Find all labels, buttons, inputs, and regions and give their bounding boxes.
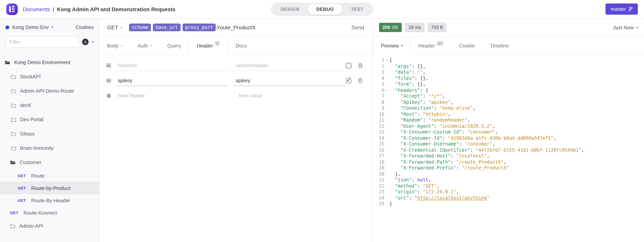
method-dropdown[interactable]: GET <box>107 24 118 31</box>
response-body-preview: 1 ▾ { 2 "args": {}, 3 "data": "", 4 "fil… <box>373 55 644 242</box>
header-value-input[interactable] <box>234 60 346 71</box>
mode-tab-test[interactable]: TEST <box>342 4 372 15</box>
fold-toggle-icon[interactable] <box>384 93 390 99</box>
sidebar-item-route-konnect[interactable]: GET Route-Konnect <box>0 206 99 219</box>
delete-header-button[interactable] <box>358 78 363 83</box>
fold-toggle-icon[interactable] <box>384 201 390 207</box>
folder-icon <box>10 224 16 228</box>
insomnia-logo-icon[interactable] <box>6 3 18 15</box>
sidebar-item-route-by-product[interactable]: GET Route-by-Product <box>0 182 99 194</box>
drag-handle[interactable] <box>106 79 116 82</box>
header-value-input[interactable] <box>234 75 346 86</box>
folder-label: Customer <box>20 159 42 165</box>
add-request-menu-chevron-icon[interactable]: ▾ <box>92 40 94 44</box>
add-request-button[interactable]: + <box>82 39 88 45</box>
json-token-key: "data" <box>395 69 412 75</box>
request-tab-docs[interactable]: Docs <box>228 37 255 54</box>
folder-icon <box>11 132 16 136</box>
url-tag-scheme[interactable]: scheme <box>129 24 151 31</box>
fold-toggle-icon[interactable] <box>384 99 390 105</box>
new-header-value-input[interactable] <box>236 90 352 101</box>
line-number: 14 <box>376 135 384 141</box>
fold-toggle-icon[interactable] <box>384 69 390 75</box>
response-tab-timeline[interactable]: Timeline <box>482 37 516 54</box>
fold-toggle-icon[interactable]: ▾ <box>384 87 390 93</box>
json-token-str: " <box>414 195 417 200</box>
sidebar-item-kong-demo-environment[interactable]: Kong Demo Environment <box>0 55 99 69</box>
sidebar-item-admin-api[interactable]: Admin-API <box>0 219 99 233</box>
fold-toggle-icon[interactable] <box>384 177 390 183</box>
request-tab-auth[interactable]: Auth ▾ <box>130 37 160 54</box>
sidebar-item-brain-immunity[interactable]: Brain-Immunity <box>0 141 99 155</box>
json-line: 14 "X-Consumer-Id": "41883d8a-a1fc-438b-… <box>376 135 644 141</box>
environment-selector[interactable]: Kong Demo Env <box>12 24 49 30</box>
sidebar-item-stockapi[interactable]: StockAPI <box>0 69 99 84</box>
sidebar-item-gitops[interactable]: Gitops <box>0 127 99 141</box>
url-tag-base-url[interactable]: base_url <box>153 24 181 31</box>
folder-label: StockAPI <box>20 74 41 79</box>
header-enabled-checkbox[interactable] <box>346 63 351 68</box>
json-token-pun: , <box>473 105 476 111</box>
fold-toggle-icon[interactable]: ▾ <box>384 58 390 63</box>
json-line-content: "X-Consumer-Id": "41883d8a-a1fc-438b-b8a… <box>390 135 556 141</box>
fold-toggle-icon[interactable] <box>384 183 390 189</box>
response-url-link[interactable]: http://localhost/anything <box>417 195 487 200</box>
fold-toggle-icon[interactable] <box>384 171 390 177</box>
sidebar-item-route-by-header[interactable]: GET Route-By-Header <box>0 194 99 206</box>
sidebar-item-deck[interactable]: decK <box>0 98 99 112</box>
fold-toggle-icon[interactable] <box>384 147 390 153</box>
url-path-input[interactable]: /route_ProductX <box>216 24 255 31</box>
json-line: 15 "X-Consumer-Username": "consumer", <box>376 141 644 147</box>
fold-toggle-icon[interactable] <box>384 129 390 135</box>
tab-label: Auth <box>138 43 148 48</box>
header-options-button[interactable]: ⚙ <box>106 92 116 99</box>
fold-toggle-icon[interactable] <box>384 165 390 171</box>
fold-toggle-icon[interactable] <box>384 75 390 81</box>
fold-toggle-icon[interactable] <box>384 105 390 111</box>
fold-toggle-icon[interactable] <box>384 117 390 123</box>
tab-count-badge: 17 <box>436 41 444 46</box>
breadcrumb-documents-link[interactable]: Documents <box>23 6 50 12</box>
fold-toggle-icon[interactable] <box>384 135 390 141</box>
cookies-link[interactable]: Cookies <box>76 24 94 30</box>
filter-input[interactable] <box>6 36 78 48</box>
fold-toggle-icon[interactable] <box>384 189 390 195</box>
response-tab-header[interactable]: Header 17 <box>411 37 452 54</box>
response-tab-cookie[interactable]: Cookie <box>452 37 482 54</box>
url-tag-proxy-port[interactable]: proxy_port <box>182 24 216 31</box>
header-name-input[interactable] <box>116 60 228 71</box>
response-tab-preview[interactable]: Preview ▾ <box>373 37 411 55</box>
send-button[interactable]: Send <box>352 24 364 31</box>
request-tab-body[interactable]: Body ▾ <box>99 37 130 54</box>
drag-handle[interactable] <box>106 64 116 67</box>
fold-toggle-icon[interactable] <box>384 153 390 159</box>
fold-toggle-icon[interactable] <box>384 195 390 201</box>
delete-header-button[interactable] <box>358 63 363 68</box>
response-history-dropdown[interactable]: Just Now ▾ <box>613 25 638 30</box>
header-name-input[interactable] <box>116 75 228 86</box>
json-line: 1 ▾ { <box>376 58 644 63</box>
request-tab-query[interactable]: Query <box>160 37 189 54</box>
fold-toggle-icon[interactable] <box>384 81 390 87</box>
mode-tab-debug[interactable]: DEBUG <box>308 4 342 15</box>
response-tabs: Preview ▾ Header 17 Cookie Timeline <box>373 37 644 55</box>
fold-toggle-icon[interactable] <box>384 159 390 165</box>
header-enabled-checkbox[interactable]: ✓ <box>346 78 351 83</box>
line-number: 6 <box>376 87 384 93</box>
sidebar-item-admin-api-demo-route[interactable]: Admin-API-Demo-Route <box>0 84 99 98</box>
mode-tab-design[interactable]: DESIGN <box>272 4 308 15</box>
sidebar-item-route[interactable]: GET Route <box>0 169 99 182</box>
json-token-pun: : <box>409 195 414 200</box>
fold-toggle-icon[interactable] <box>384 123 390 129</box>
json-token-key: "X-Forwarded-Prefix" <box>400 165 456 171</box>
fold-toggle-icon[interactable] <box>384 111 390 117</box>
git-branch-button[interactable]: master <box>606 4 638 15</box>
line-number: 7 <box>376 93 384 99</box>
request-tab-header[interactable]: Header 1 <box>189 37 228 55</box>
fold-toggle-icon[interactable] <box>384 63 390 69</box>
sidebar-item-dev-portal[interactable]: Dev Portal <box>0 112 99 127</box>
sidebar-item-customer[interactable]: Customer <box>0 155 99 169</box>
new-header-name-input[interactable] <box>116 90 231 101</box>
json-line-content: "args": {}, <box>390 63 426 69</box>
fold-toggle-icon[interactable] <box>384 141 390 147</box>
